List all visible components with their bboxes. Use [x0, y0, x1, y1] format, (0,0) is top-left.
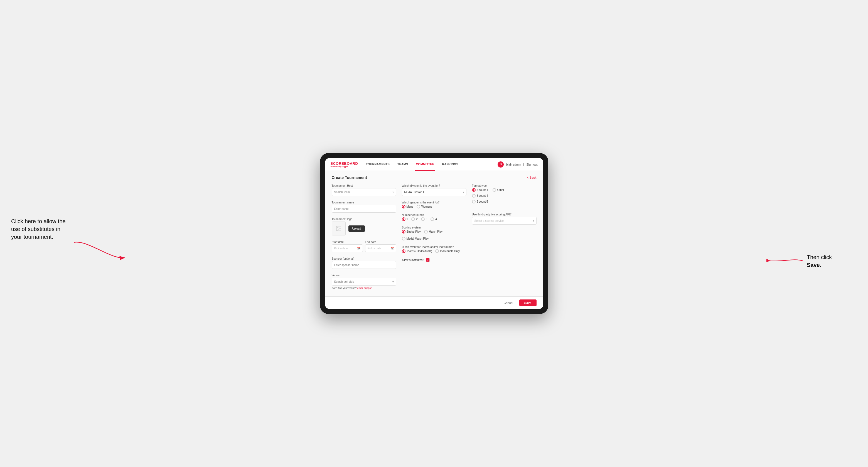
scoring-system-field: Scoring system Stroke Play Match Play — [402, 226, 466, 241]
calendar-icon-end: 📅 — [391, 247, 394, 250]
annotation-right-line1: Then click — [807, 254, 832, 260]
format-other-radio[interactable] — [493, 188, 496, 192]
upload-button[interactable]: Upload — [348, 225, 365, 232]
brand-text: clippd — [342, 165, 348, 167]
division-select-wrapper[interactable]: NCAA Division INCAA Division IINCAA Divi… — [402, 188, 466, 196]
rounds-radio-group: 1 2 3 — [402, 217, 466, 221]
end-date-field: End date Pick a date 📅 — [365, 241, 396, 252]
rounds-2-radio[interactable] — [411, 217, 415, 221]
logo-placeholder — [332, 221, 346, 236]
medal-match-radio[interactable] — [402, 237, 405, 241]
division-label: Which division is the event for? — [402, 184, 466, 187]
scoring-api-select-wrapper[interactable]: Select a scoring serviceArccosShot Scope… — [472, 217, 536, 225]
nav-tournaments[interactable]: TOURNAMENTS — [365, 158, 391, 171]
format-6count4-radio[interactable] — [472, 194, 475, 197]
event-teams[interactable]: Teams (+Individuals) — [402, 249, 432, 253]
format-other[interactable]: Other — [493, 188, 504, 192]
sponsor-label: Sponsor (optional) — [332, 257, 396, 260]
nav-avatar: B — [498, 161, 504, 167]
rounds-2-label: 2 — [416, 218, 418, 221]
venue-field: Venue ▾ Can't find your venue? email sup… — [332, 274, 396, 289]
nav-bar: SCOREBOARD Powered by clippd TOURNAMENTS… — [325, 158, 543, 171]
rounds-4[interactable]: 4 — [431, 217, 437, 221]
scoring-medal-match[interactable]: Medal Match Play — [402, 237, 429, 241]
tournament-host-input[interactable] — [334, 191, 393, 194]
rounds-4-radio[interactable] — [431, 217, 434, 221]
match-play-radio[interactable] — [424, 230, 428, 234]
scoring-api-select[interactable]: Select a scoring serviceArccosShot Scope… — [472, 217, 536, 225]
tablet-screen: SCOREBOARD Powered by clippd TOURNAMENTS… — [325, 158, 543, 309]
nav-username: blair admin — [506, 163, 521, 166]
venue-dropdown-arrow: ▾ — [393, 280, 394, 283]
nav-rankings[interactable]: RANKINGS — [441, 158, 460, 171]
event-type-radio-group: Teams (+Individuals) Individuals Only — [402, 249, 466, 253]
scoring-match-play[interactable]: Match Play — [424, 230, 442, 234]
teams-radio[interactable] — [402, 249, 405, 253]
gender-mens[interactable]: Mens — [402, 205, 413, 209]
back-button[interactable]: < Back — [527, 176, 536, 179]
start-date-label: Start date — [332, 241, 363, 244]
form-column-3: Format type 5 count 4 Other — [472, 184, 536, 292]
sponsor-input[interactable] — [334, 263, 394, 267]
rounds-3[interactable]: 3 — [421, 217, 428, 221]
scoring-stroke-play[interactable]: Stroke Play — [402, 230, 421, 234]
outer-wrapper: Click here to allow the use of substitut… — [11, 153, 857, 314]
page-content: Create Tournament < Back Tournament Host… — [325, 171, 543, 296]
gender-radio-group: Mens Womens — [402, 205, 466, 209]
nav-teams[interactable]: TEAMS — [396, 158, 409, 171]
rounds-3-radio[interactable] — [421, 217, 425, 221]
individuals-radio[interactable] — [435, 249, 439, 253]
powered-by-text: Powered by — [331, 165, 341, 167]
form-columns: Tournament Host ▾ Tournament name — [332, 184, 536, 292]
event-individuals[interactable]: Individuals Only — [435, 249, 460, 253]
stroke-play-radio[interactable] — [402, 230, 405, 234]
allow-substitutes-checkbox[interactable] — [426, 258, 430, 262]
division-select[interactable]: NCAA Division INCAA Division IINCAA Divi… — [402, 188, 466, 196]
cancel-button[interactable]: Cancel — [500, 300, 517, 306]
tournament-host-field: Tournament Host ▾ — [332, 184, 396, 196]
format-6count4[interactable]: 6 count 4 — [472, 194, 536, 197]
format-6count5[interactable]: 6 count 5 — [472, 200, 536, 204]
sponsor-input-wrapper[interactable] — [332, 261, 396, 269]
rounds-4-label: 4 — [435, 218, 437, 221]
save-button[interactable]: Save — [519, 300, 536, 306]
format-5count4[interactable]: 5 count 4 — [472, 188, 488, 192]
svg-point-1 — [337, 227, 338, 228]
venue-input[interactable] — [334, 280, 393, 283]
gender-womens-radio[interactable] — [416, 205, 420, 209]
start-date-input[interactable]: Pick a date 📅 — [332, 244, 363, 252]
gender-womens[interactable]: Womens — [416, 205, 432, 209]
individuals-label: Individuals Only — [440, 250, 460, 253]
end-date-input[interactable]: Pick a date 📅 — [365, 244, 396, 252]
end-date-label: End date — [365, 241, 396, 244]
venue-note-text: Can't find your venue? — [332, 287, 357, 289]
rounds-2[interactable]: 2 — [411, 217, 418, 221]
nav-committee[interactable]: COMMITTEE — [415, 158, 435, 171]
format-5count4-radio[interactable] — [472, 188, 475, 192]
tournament-name-input-wrapper[interactable] — [332, 205, 396, 213]
allow-substitutes-item[interactable]: Allow substitutes? — [402, 258, 466, 262]
sign-out-link[interactable]: Sign out — [526, 163, 537, 166]
start-date-placeholder: Pick a date — [334, 247, 348, 250]
logo-scoreboard: SCOREBOARD — [331, 161, 358, 165]
nav-links: TOURNAMENTS TEAMS COMMITTEE RANKINGS — [365, 158, 498, 171]
format-5count4-label: 5 count 4 — [477, 188, 488, 191]
email-support-link[interactable]: email support — [357, 287, 372, 289]
rounds-1[interactable]: 1 — [402, 217, 408, 221]
venue-input-wrapper[interactable]: ▾ — [332, 278, 396, 285]
allow-substitutes-field: Allow substitutes? — [402, 258, 466, 262]
format-6count5-radio[interactable] — [472, 200, 475, 204]
rounds-label: Number of rounds — [402, 214, 466, 217]
tournament-name-input[interactable] — [334, 207, 394, 210]
form-column-1: Tournament Host ▾ Tournament name — [332, 184, 396, 292]
tournament-host-input-wrapper[interactable]: ▾ — [332, 188, 396, 196]
tablet-device: SCOREBOARD Powered by clippd TOURNAMENTS… — [320, 153, 548, 314]
gender-label: Which gender is the event for? — [402, 201, 466, 204]
page-footer: Cancel Save — [325, 297, 543, 309]
rounds-1-radio[interactable] — [402, 217, 405, 221]
event-type-label: Is this event for Teams and/or Individua… — [402, 246, 466, 249]
gender-mens-radio[interactable] — [402, 205, 405, 209]
logo-powered: Powered by clippd — [331, 165, 358, 167]
format-options: 5 count 4 Other 6 count 4 — [472, 188, 536, 204]
form-column-2: Which division is the event for? NCAA Di… — [402, 184, 466, 292]
